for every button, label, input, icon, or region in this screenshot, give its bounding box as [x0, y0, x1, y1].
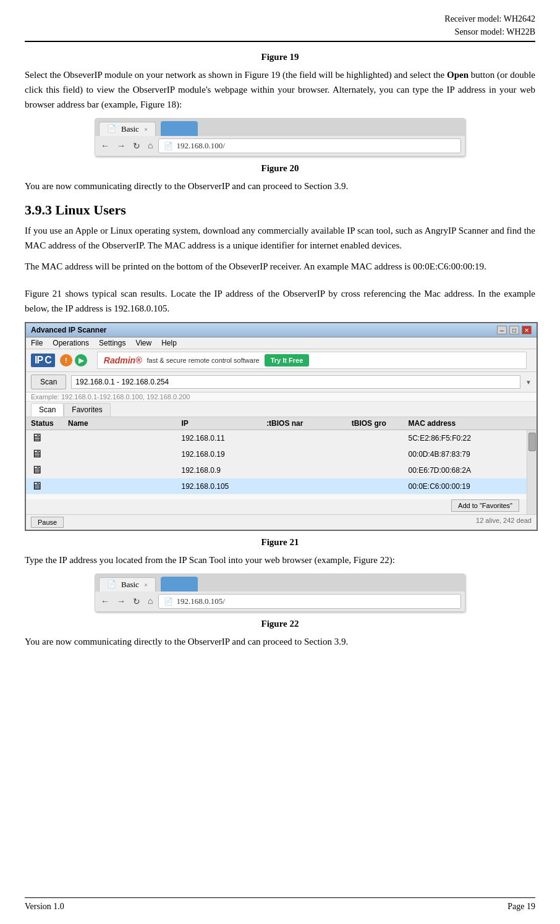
back-icon-22[interactable]: ←	[99, 596, 111, 606]
browser-tab-bar-20: 📄 Basic ×	[95, 119, 465, 136]
browser-tab-label-22: Basic	[121, 580, 139, 590]
row-ip-1: 192.168.0.11	[182, 434, 267, 443]
menu-file[interactable]: File	[31, 339, 43, 347]
scanner-toolbar: IP C ! ▶ Radmin® fast & secure remote co…	[26, 349, 537, 372]
forward-icon[interactable]: →	[115, 141, 127, 151]
header: Receiver model: WH2642 Sensor model: WH2…	[25, 12, 535, 42]
close-button[interactable]: ✕	[522, 326, 532, 334]
back-icon[interactable]: ←	[99, 141, 111, 151]
scanner-table-content: 🖥 192.168.0.11 5C:E2:86:F5:F0:22 🖥 192.1…	[26, 430, 537, 514]
reload-icon-22[interactable]: ↻	[131, 596, 142, 607]
browser-mockup-22: 📄 Basic × ← → ↻ ⌂ 📄 192.168.0.105/	[95, 574, 465, 612]
scrollbar[interactable]	[527, 430, 537, 514]
scanner-mockup: Advanced IP Scanner – □ ✕ File Operation…	[25, 322, 538, 531]
minimize-button[interactable]: –	[497, 326, 507, 334]
scanner-title-bar: Advanced IP Scanner – □ ✕	[26, 323, 537, 337]
table-row[interactable]: 🖥 192.168.0.105 00:0E:C6:00:00:19	[26, 478, 527, 494]
row-ip-2: 192.168.0.19	[182, 450, 267, 459]
col-header-name: Name	[68, 419, 182, 428]
radmin-tagline: fast & secure remote control software	[146, 357, 259, 364]
para7: You are now communicating directly to th…	[25, 634, 535, 649]
pause-button[interactable]: Pause	[31, 517, 64, 528]
footer: Version 1.0 Page 19	[25, 897, 535, 912]
col-header-group: tBIOS gro	[352, 419, 409, 428]
menu-help[interactable]: Help	[161, 339, 177, 347]
scanner-table-header: Status Name IP :tBIOS nar tBIOS gro MAC …	[26, 417, 537, 430]
url-bar-22[interactable]: 📄 192.168.0.105/	[158, 594, 461, 609]
home-icon[interactable]: ⌂	[146, 141, 155, 151]
table-row[interactable]: 🖥 192.168.0.19 00:0D:4B:87:83:79	[26, 446, 527, 462]
scanner-input-row: Scan ▼	[26, 372, 537, 392]
col-scroll-spacer	[522, 419, 532, 428]
para1: Select the ObseverIP module on your netw…	[25, 67, 535, 112]
browser-nav-20: ← → ↻ ⌂ 📄 192.168.0.100/	[95, 136, 465, 156]
browser-tab-blue-20	[161, 121, 198, 136]
col-header-netbios: :tBIOS nar	[266, 419, 352, 428]
para4: The MAC address will be printed on the b…	[25, 259, 535, 274]
dropdown-arrow[interactable]: ▼	[525, 379, 532, 386]
add-favorites-button[interactable]: Add to "Favorites"	[451, 499, 519, 512]
maximize-button[interactable]: □	[509, 326, 519, 334]
url-bar-20[interactable]: 📄 192.168.0.100/	[158, 138, 461, 153]
scanner-tabs: Scan Favorites	[26, 402, 537, 417]
figure22-label: Figure 22	[25, 619, 535, 629]
browser-tab-bar-22: 📄 Basic ×	[95, 574, 465, 591]
scanner-table-main: 🖥 192.168.0.11 5C:E2:86:F5:F0:22 🖥 192.1…	[26, 430, 527, 514]
tab-close-22[interactable]: ×	[144, 581, 148, 588]
radmin-logo: Radmin®	[104, 355, 142, 365]
para3: If you use an Apple or Linux operating s…	[25, 223, 535, 253]
try-free-button[interactable]: Try It Free	[265, 354, 310, 367]
footer-page: Page 19	[507, 902, 535, 912]
row-icon-3: 🖥	[31, 464, 68, 477]
home-icon-22[interactable]: ⌂	[146, 596, 155, 606]
add-favorites-row: Add to "Favorites"	[26, 494, 527, 499]
url-text-20: 192.168.0.100/	[176, 141, 224, 151]
col-header-mac: MAC address	[409, 419, 522, 428]
reload-icon[interactable]: ↻	[131, 141, 142, 151]
scanner-status-bar: Pause 12 alive, 242 dead	[26, 514, 537, 530]
url-doc-icon: 📄	[164, 142, 173, 151]
url-doc-icon-22: 📄	[164, 597, 173, 606]
para2: You are now communicating directly to th…	[25, 179, 535, 193]
figure21-label: Figure 21	[25, 537, 535, 548]
url-text-22: 192.168.0.105/	[176, 596, 224, 606]
row-icon-4: 🖥	[31, 480, 68, 493]
col-header-status: Status	[31, 419, 68, 428]
row-mac-3: 00:E6:7D:00:68:2A	[409, 466, 522, 475]
header-line2: Sensor model: WH22B	[25, 25, 535, 38]
icon-green[interactable]: ▶	[75, 354, 87, 367]
tab-doc-icon-22: 📄	[107, 580, 116, 589]
row-mac-4: 00:0E:C6:00:00:19	[409, 482, 522, 491]
tab-favorites[interactable]: Favorites	[64, 403, 110, 417]
menu-operations[interactable]: Operations	[53, 339, 89, 347]
browser-tab-20[interactable]: 📄 Basic ×	[99, 122, 156, 136]
scanner-title: Advanced IP Scanner	[31, 326, 107, 334]
row-ip-3: 192.168.0.9	[182, 466, 267, 475]
radmin-banner: Radmin® fast & secure remote control sof…	[97, 352, 527, 369]
tab-doc-icon: 📄	[107, 124, 116, 134]
scan-button[interactable]: Scan	[31, 375, 66, 389]
table-row[interactable]: 🖥 192.168.0.11 5C:E2:86:F5:F0:22	[26, 430, 527, 446]
ip-range-input[interactable]	[71, 375, 520, 389]
window-controls: – □ ✕	[497, 326, 532, 334]
menu-view[interactable]: View	[135, 339, 151, 347]
ip-logo: IP C	[31, 354, 55, 367]
tab-close-20[interactable]: ×	[144, 125, 148, 133]
row-ip-4: 192.168.0.105	[182, 482, 267, 491]
para5: Figure 21 shows typical scan results. Lo…	[25, 286, 535, 316]
scrollbar-thumb[interactable]	[528, 433, 536, 451]
header-line1: Receiver model: WH2642	[25, 12, 535, 25]
section-heading: 3.9.3 Linux Users	[25, 202, 535, 218]
scanner-status-text: 12 alive, 242 dead	[476, 517, 532, 528]
menu-settings[interactable]: Settings	[99, 339, 125, 347]
forward-icon-22[interactable]: →	[115, 596, 127, 606]
browser-nav-22: ← → ↻ ⌂ 📄 192.168.0.105/	[95, 591, 465, 612]
row-icon-2: 🖥	[31, 447, 68, 460]
browser-tab-22[interactable]: 📄 Basic ×	[99, 577, 156, 591]
icon-orange[interactable]: !	[60, 354, 72, 367]
table-row[interactable]: 🖥 192.168.0.9 00:E6:7D:00:68:2A	[26, 462, 527, 478]
row-mac-1: 5C:E2:86:F5:F0:22	[409, 434, 522, 443]
tab-scan[interactable]: Scan	[31, 403, 64, 417]
row-mac-2: 00:0D:4B:87:83:79	[409, 450, 522, 459]
ip-placeholder-hint: Example: 192.168.0.1-192.168.0.100, 192.…	[26, 392, 537, 402]
